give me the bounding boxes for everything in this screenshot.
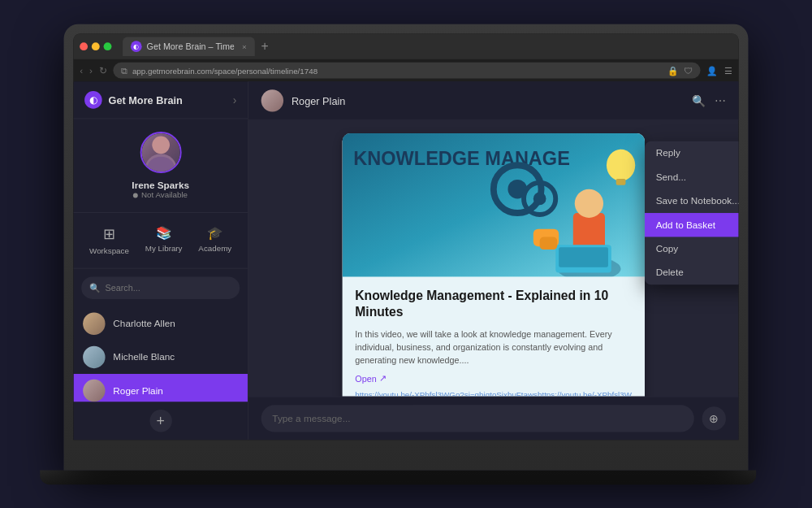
- app-content: ◐ Get More Brain ›: [73, 81, 738, 440]
- brand-icon: ◐: [84, 91, 102, 109]
- avatar-image: [141, 133, 179, 172]
- context-menu-delete[interactable]: Delete: [645, 260, 739, 284]
- card-url: https://youtu.be/-XPbfsl3WGo?si=ghjqtoSi…: [355, 389, 632, 396]
- send-button[interactable]: ⊕: [702, 406, 726, 430]
- browser-titlebar: ◐ Get More Brain – Timeline × +: [73, 33, 738, 59]
- laptop-base: [40, 470, 756, 484]
- sidebar-toggle-button[interactable]: ›: [233, 93, 237, 106]
- contacts-list: Charlotte Allen Michelle Blanc Roger Pla…: [73, 306, 248, 402]
- user-status: Not Available: [133, 190, 188, 199]
- messages-area: KNOWLEDGE MANAGE: [248, 120, 739, 396]
- card-image-svg: KNOWLEDGE MANAGE: [343, 133, 645, 276]
- context-menu-send[interactable]: Send...: [645, 165, 739, 189]
- svg-rect-17: [540, 237, 558, 250]
- sidebar: ◐ Get More Brain ›: [73, 81, 248, 440]
- brand: ◐ Get More Brain: [84, 91, 183, 109]
- chat-header: Roger Plain 🔍 ⋯: [248, 81, 739, 120]
- maximize-dot[interactable]: [104, 42, 112, 50]
- context-menu-save-to-notebook[interactable]: Save to Notebook...: [645, 189, 739, 212]
- library-icon: 📚: [156, 225, 172, 241]
- search-box[interactable]: 🔍: [81, 276, 240, 298]
- card-title: Knowledge Management - Explained in 10 M…: [355, 288, 632, 321]
- tab-bar: ◐ Get More Brain – Timeline × +: [123, 37, 732, 56]
- close-dot[interactable]: [80, 42, 88, 50]
- contact-name-roger: Roger Plain: [113, 384, 162, 396]
- user-name: Irene Sparks: [132, 179, 189, 190]
- url-input[interactable]: ⧉ app.getmorebrain.com/space/personal/ti…: [113, 62, 700, 78]
- sidebar-item-academy[interactable]: 🎓 Academy: [192, 222, 239, 258]
- tab-favicon: ◐: [131, 41, 142, 52]
- search-icon: 🔍: [89, 282, 101, 293]
- contact-avatar-charlotte: [83, 312, 105, 334]
- search-chat-icon[interactable]: 🔍: [692, 94, 706, 107]
- laptop-screen: ◐ Get More Brain – Timeline × + ‹ › ↻ ⧉ …: [73, 33, 738, 440]
- my-library-label: My Library: [145, 244, 183, 253]
- laptop-shell: ◐ Get More Brain – Timeline × + ‹ › ↻ ⧉ …: [64, 24, 749, 470]
- add-to-basket-label: Add to Basket: [656, 219, 715, 230]
- copy-label: Copy: [656, 243, 678, 254]
- active-tab[interactable]: ◐ Get More Brain – Timeline ×: [123, 37, 255, 56]
- account-icon[interactable]: 👤: [706, 65, 718, 76]
- sidebar-item-workspace[interactable]: ⊞ Workspace: [83, 222, 136, 258]
- message-input-area: Type a message... ⊕: [248, 396, 739, 440]
- context-menu-reply[interactable]: Reply: [645, 141, 739, 164]
- workspace-label: Workspace: [89, 246, 129, 255]
- chat-user-name: Roger Plain: [292, 94, 346, 106]
- contact-charlotte[interactable]: Charlotte Allen: [73, 306, 248, 340]
- status-dot: [133, 193, 138, 198]
- message-input[interactable]: Type a message...: [261, 405, 694, 432]
- sidebar-item-my-library[interactable]: 📚 My Library: [139, 222, 188, 258]
- shield-icon: 🛡: [684, 65, 693, 75]
- more-options-icon[interactable]: ⋯: [715, 94, 726, 107]
- card-body: Knowledge Management - Explained in 10 M…: [343, 276, 645, 396]
- external-link-icon: ⧉: [121, 65, 127, 76]
- url-text: app.getmorebrain.com/space/personal/time…: [132, 66, 317, 75]
- context-menu-copy[interactable]: Copy: [645, 237, 739, 260]
- contact-name-charlotte: Charlotte Allen: [113, 318, 175, 329]
- workspace-icon: ⊞: [103, 225, 115, 243]
- knowledge-card: KNOWLEDGE MANAGE: [343, 133, 645, 396]
- avatar-svg: [141, 133, 179, 172]
- contact-name-michelle: Michelle Blanc: [113, 351, 175, 363]
- sidebar-header: ◐ Get More Brain ›: [73, 81, 248, 119]
- chat-user: Roger Plain: [261, 89, 346, 111]
- user-avatar: [140, 132, 181, 173]
- context-menu: Reply Send... Save to Notebook... Add to…: [645, 141, 739, 284]
- add-contact-button[interactable]: +: [149, 410, 171, 432]
- chat-actions: 🔍 ⋯: [692, 94, 726, 107]
- contact-roger[interactable]: Roger Plain: [73, 374, 248, 402]
- status-text: Not Available: [141, 190, 188, 199]
- contact-avatar-michelle: [83, 345, 105, 367]
- open-label: Open: [355, 373, 376, 383]
- forward-button[interactable]: ›: [89, 64, 93, 76]
- delete-label: Delete: [656, 267, 684, 278]
- search-input[interactable]: [106, 283, 232, 293]
- message-placeholder: Type a message...: [272, 413, 350, 424]
- refresh-button[interactable]: ↻: [99, 64, 107, 76]
- card-open-link[interactable]: Open ↗: [355, 373, 632, 384]
- back-button[interactable]: ‹: [80, 64, 83, 76]
- open-icon: ↗: [379, 373, 387, 384]
- lock-icon: 🔒: [667, 65, 679, 76]
- academy-label: Academy: [198, 244, 231, 253]
- card-image: KNOWLEDGE MANAGE: [343, 133, 645, 276]
- context-menu-add-to-basket[interactable]: Add to Basket: [645, 213, 739, 237]
- new-tab-button[interactable]: +: [261, 39, 268, 54]
- user-profile: Irene Sparks Not Available: [73, 119, 248, 213]
- save-to-notebook-label: Save to Notebook...: [656, 195, 739, 206]
- main-content: Roger Plain 🔍 ⋯: [248, 81, 739, 440]
- contact-michelle[interactable]: Michelle Blanc: [73, 340, 248, 373]
- traffic-lights: [80, 42, 111, 50]
- svg-point-1: [152, 136, 170, 154]
- tab-close-button[interactable]: ×: [242, 41, 247, 50]
- settings-icon[interactable]: ☰: [724, 65, 732, 76]
- nav-icons: ⊞ Workspace 📚 My Library 🎓 Academy: [73, 213, 248, 269]
- contact-avatar-roger: [83, 379, 105, 401]
- chat-user-avatar: [261, 89, 283, 111]
- card-wrapper: KNOWLEDGE MANAGE: [343, 133, 645, 396]
- academy-icon: 🎓: [207, 225, 223, 241]
- svg-rect-13: [559, 247, 608, 267]
- reply-label: Reply: [656, 147, 680, 158]
- tab-label: Get More Brain – Timeline: [147, 41, 235, 51]
- minimize-dot[interactable]: [92, 42, 100, 50]
